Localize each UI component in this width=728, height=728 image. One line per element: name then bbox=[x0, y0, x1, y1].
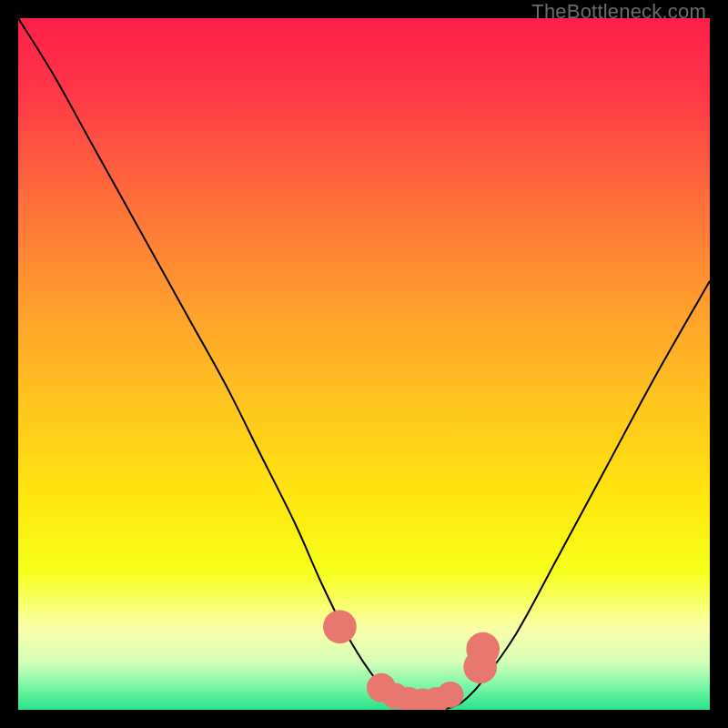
curve-marker bbox=[438, 682, 464, 708]
curve-marker bbox=[323, 610, 357, 643]
chart-frame bbox=[18, 18, 710, 710]
curve-marker bbox=[466, 632, 500, 666]
watermark-text: TheBottleneck.com bbox=[531, 0, 706, 24]
gradient-background bbox=[18, 18, 710, 710]
bottleneck-chart bbox=[18, 18, 710, 710]
